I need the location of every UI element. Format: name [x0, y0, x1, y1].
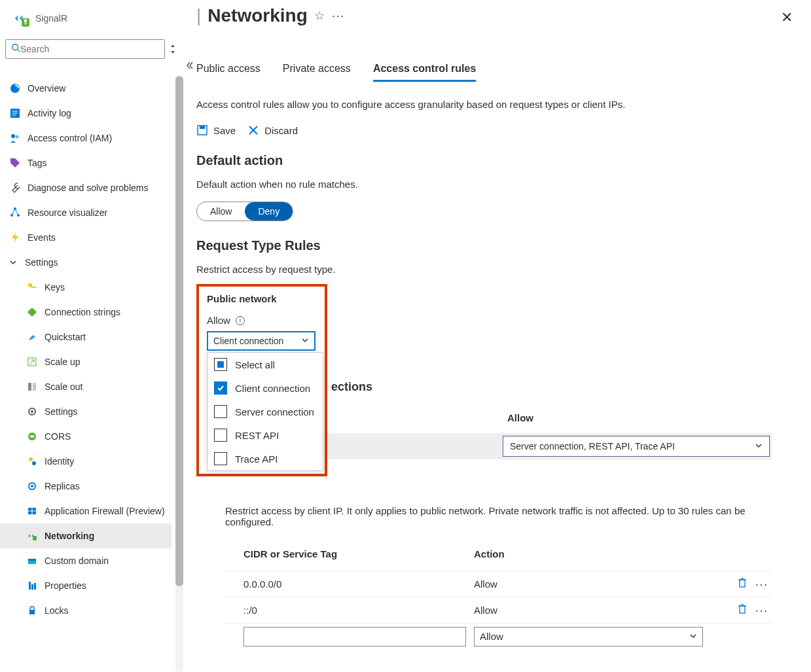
sidebar-scrollbar[interactable] — [175, 76, 183, 672]
delete-icon[interactable] — [736, 603, 748, 618]
connection-icon — [26, 306, 38, 318]
sidebar-item-keys[interactable]: Keys — [0, 275, 171, 300]
tab-public-access[interactable]: Public access — [196, 63, 261, 82]
cors-icon — [26, 431, 38, 442]
nav-label: Application Firewall (Preview) — [45, 506, 165, 516]
domain-icon — [26, 555, 38, 567]
tab-access-control-rules[interactable]: Access control rules — [373, 63, 476, 82]
cidr-cell: 0.0.0.0/0 — [225, 578, 474, 590]
sidebar-item-activity-log[interactable]: Activity log — [0, 101, 171, 126]
nav-label: Connection strings — [45, 307, 120, 317]
new-action-select[interactable]: Allow — [474, 627, 703, 646]
properties-icon — [26, 580, 38, 592]
expand-updown-icon[interactable] — [169, 44, 178, 54]
sidebar-item-diagnose[interactable]: Diagnose and solve problems — [0, 175, 171, 200]
private-allow-value: Server connection, REST API, Trace API — [510, 441, 675, 451]
sidebar-item-replicas[interactable]: Replicas — [0, 474, 171, 499]
search-input[interactable] — [20, 44, 159, 54]
new-cidr-input[interactable] — [243, 627, 466, 646]
nav-label: Properties — [45, 580, 86, 591]
tab-private-access[interactable]: Private access — [283, 63, 351, 82]
dropdown-option-select-all[interactable]: Select all — [207, 353, 323, 376]
new-action-value: Allow — [480, 631, 503, 642]
checkbox-indeterminate-icon — [214, 358, 227, 371]
sidebar-item-networking[interactable]: Networking — [0, 523, 171, 548]
cidr-cell: ::/0 — [225, 605, 474, 616]
nav-label: Scale up — [45, 357, 80, 367]
sidebar-item-custom-domain[interactable]: Custom domain — [0, 548, 171, 573]
delete-icon[interactable] — [736, 576, 748, 592]
svg-rect-45 — [740, 580, 745, 587]
sidebar-item-cors[interactable]: CORS — [0, 424, 171, 449]
toggle-allow[interactable]: Allow — [197, 202, 245, 221]
svg-point-10 — [11, 134, 15, 138]
option-label: REST API — [235, 430, 279, 441]
dropdown-option-server-connection[interactable]: Server connection — [207, 400, 323, 423]
firewall-icon — [26, 505, 38, 517]
networking-icon — [26, 530, 38, 542]
svg-line-15 — [12, 209, 15, 215]
dropdown-option-client-connection[interactable]: Client connection — [207, 376, 323, 400]
sidebar-item-iam[interactable]: Access control (IAM) — [0, 126, 171, 150]
gear-icon — [26, 406, 38, 417]
sidebar-item-scale-out[interactable]: Scale out — [0, 374, 171, 399]
sidebar-item-quickstart[interactable]: Quickstart — [0, 325, 171, 349]
allow-column-header: Allow — [507, 412, 533, 423]
sidebar-item-resource-visualizer[interactable]: Resource visualizer — [0, 200, 171, 225]
svg-rect-36 — [28, 559, 36, 561]
collapse-sidebar-icon[interactable] — [185, 60, 195, 73]
dropdown-option-rest-api[interactable]: REST API — [207, 423, 323, 447]
action-cell: Allow — [474, 605, 736, 616]
checkbox-empty-icon — [214, 405, 227, 418]
sidebar-item-identity[interactable]: Identity — [0, 449, 171, 474]
sidebar-item-app-firewall[interactable]: Application Firewall (Preview) — [0, 499, 171, 523]
sidebar-item-locks[interactable]: Locks — [0, 598, 171, 623]
combo-value: Client connection — [213, 336, 283, 346]
more-actions-icon[interactable]: ⋯ — [331, 8, 346, 24]
nav-label: Settings — [25, 257, 58, 268]
public-network-label: Public network — [207, 293, 318, 304]
toggle-deny[interactable]: Deny — [245, 202, 293, 221]
sidebar-item-tags[interactable]: Tags — [0, 150, 171, 175]
row-more-icon[interactable]: ⋯ — [755, 576, 769, 592]
row-more-icon[interactable]: ⋯ — [755, 603, 769, 618]
request-type-rules-desc: Restrict access by request type. — [196, 264, 793, 275]
sidebar-item-properties[interactable]: Properties — [0, 573, 171, 598]
signalr-icon — [12, 9, 30, 27]
brand-name: SignalR — [35, 13, 67, 24]
discard-label: Discard — [264, 125, 298, 136]
ip-rules-description: Restrict access by client IP. It only ap… — [225, 505, 772, 527]
svg-point-30 — [31, 485, 33, 487]
svg-point-27 — [32, 461, 36, 465]
checkbox-empty-icon — [214, 429, 227, 442]
discard-button[interactable]: Discard — [247, 124, 298, 136]
sidebar-item-scale-up[interactable]: Scale up — [0, 349, 171, 374]
log-icon — [9, 107, 21, 119]
sidebar-group-settings[interactable]: Settings — [0, 250, 171, 275]
sidebar-item-overview[interactable]: Overview — [0, 76, 171, 101]
ip-rule-new-row: Allow — [225, 623, 772, 649]
info-icon[interactable]: i — [236, 316, 245, 325]
option-label: Trace API — [235, 453, 278, 465]
identity-icon — [26, 455, 38, 467]
checkbox-empty-icon — [214, 452, 227, 465]
favorite-star-icon[interactable]: ☆ — [314, 9, 325, 23]
save-button[interactable]: Save — [196, 124, 236, 136]
sidebar-item-events[interactable]: Events — [0, 225, 171, 250]
title-divider: | — [196, 5, 201, 26]
sidebar-search[interactable] — [5, 39, 165, 59]
partial-heading-fragment: ections — [331, 380, 372, 394]
sidebar-item-connection-strings[interactable]: Connection strings — [0, 300, 171, 325]
close-icon[interactable]: ✕ — [781, 9, 793, 26]
key-icon — [26, 281, 38, 293]
allow-type-combo[interactable]: Client connection — [207, 331, 315, 351]
private-allow-combo[interactable]: Server connection, REST API, Trace API — [503, 436, 770, 457]
request-type-rules-heading: Request Type Rules — [196, 238, 793, 253]
bolt-icon — [9, 232, 21, 243]
svg-line-16 — [15, 209, 18, 215]
sidebar-item-settings[interactable]: Settings — [0, 399, 171, 424]
dropdown-option-trace-api[interactable]: Trace API — [207, 447, 323, 470]
default-action-toggle[interactable]: Allow Deny — [196, 202, 293, 221]
svg-rect-48 — [740, 606, 745, 613]
nav-label: Overview — [27, 83, 65, 94]
